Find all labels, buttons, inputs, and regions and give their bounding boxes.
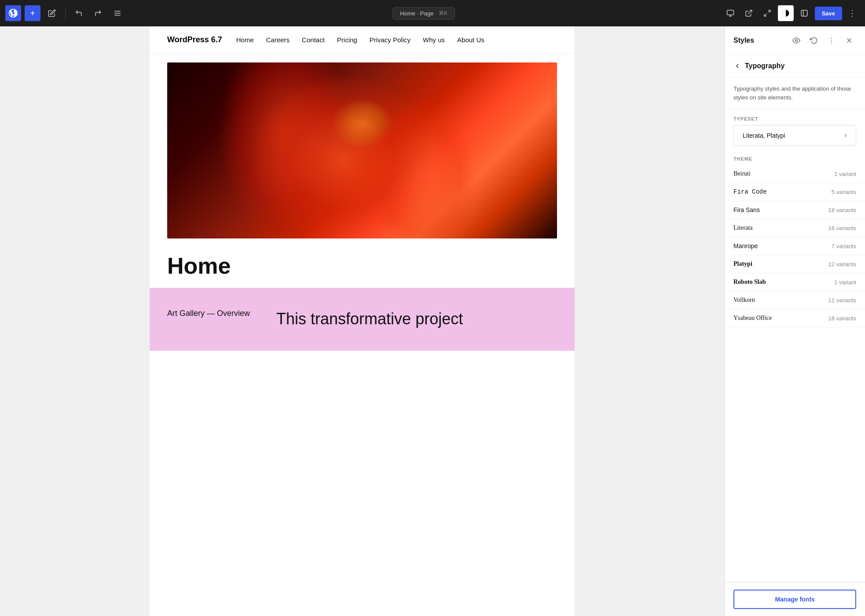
external-link-button[interactable] [741,5,757,21]
font-name: Literata [733,224,753,231]
font-name: Manrope [733,242,758,249]
font-row[interactable]: Ysabeau Office 18 variants [725,309,865,327]
font-variants: 1 variant [834,171,856,177]
font-name: Fira Sans [733,206,760,213]
nav-link-home[interactable]: Home [236,36,254,44]
svg-line-7 [768,10,770,12]
save-button[interactable]: Save [815,7,842,20]
more-options-button[interactable]: ⋮ [845,5,860,22]
pink-section-subtitle: Art Gallery — Overview [167,309,250,318]
nav-link-aboutus[interactable]: About Us [457,36,484,44]
svg-rect-10 [801,10,807,16]
font-variants: 12 variants [828,261,856,268]
pink-section-text: This transformative project [276,309,557,330]
font-name: Platypi [733,260,752,268]
font-variants: 7 variants [832,243,856,249]
font-row[interactable]: Platypi 12 variants [725,255,865,273]
font-variants: 18 variants [828,315,856,322]
font-row[interactable]: Literata 16 variants [725,219,865,237]
font-name: Roboto Slab [733,279,766,286]
style-toggle-button[interactable] [778,5,794,21]
history-icon[interactable] [807,33,821,48]
font-variants: 1 variant [834,279,856,286]
desktop-view-button[interactable] [722,5,738,21]
font-name: Ysabeau Office [733,315,772,322]
main-area: WordPress 6.7 Home Careers Contact Prici… [0,26,865,616]
font-name: Vollkorn [733,297,755,304]
font-row[interactable]: Fira Sans 18 variants [725,201,865,219]
styles-panel: Styles ⋮ Typography Typography [724,26,865,616]
canvas-inner: WordPress 6.7 Home Careers Contact Prici… [150,26,575,616]
styles-panel-title: Styles [733,37,754,44]
font-row[interactable]: Vollkorn 11 variants [725,291,865,309]
nav-link-whyus[interactable]: Why us [423,36,445,44]
typeset-label: TYPESET [725,109,865,125]
page-title-section: Home [150,238,575,279]
preview-icon[interactable] [789,33,803,48]
font-variants: 16 variants [828,225,856,231]
svg-line-8 [764,14,766,16]
toolbar: + Home · Page ⌘K Save ⋮ [0,0,865,26]
toolbar-center: Home · Page ⌘K [129,7,719,20]
font-row[interactable]: Beiruti 1 variant [725,165,865,183]
more-options-icon[interactable]: ⋮ [825,33,839,48]
manage-fonts-container: Manage fonts [725,582,865,616]
svg-rect-3 [727,10,733,15]
typeset-row[interactable]: Literata, Platypi › [733,125,856,146]
hero-image-container [150,54,575,238]
close-icon[interactable] [842,33,856,48]
font-name: Fira Code [733,188,767,195]
typography-description: Typography styles and the application of… [725,77,865,109]
breadcrumb-text: Home · Page [400,10,433,17]
manage-fonts-button[interactable]: Manage fonts [733,590,856,609]
undo-button[interactable] [71,5,87,21]
font-variants: 5 variants [832,189,856,195]
typeset-chevron-icon: › [844,131,847,140]
font-name: Beiruti [733,170,751,177]
flower-overlay [167,62,557,238]
typeset-value: Literata, Platypi [743,132,785,139]
typography-title: Typography [745,62,784,70]
svg-point-12 [795,40,798,42]
nav-link-careers[interactable]: Careers [266,36,290,44]
theme-label: THEME [725,153,865,165]
page-main-title: Home [167,253,557,279]
toolbar-right: Save ⋮ [722,5,860,22]
add-block-button[interactable]: + [25,5,40,21]
redo-button[interactable] [90,5,106,21]
hero-image [167,62,557,238]
pink-section-left: Art Gallery — Overview [167,309,250,318]
sidebar-toggle-button[interactable] [796,5,812,21]
resize-button[interactable] [759,5,775,21]
site-navigation: WordPress 6.7 Home Careers Contact Prici… [150,26,575,54]
font-row[interactable]: Roboto Slab 1 variant [725,273,865,291]
wordpress-logo[interactable] [5,5,21,21]
breadcrumb-shortcut: ⌘K [439,10,447,16]
pink-section-right: This transformative project [276,309,557,330]
font-list: Beiruti 1 variant Fira Code 5 variants F… [725,165,865,327]
font-variants: 11 variants [828,297,856,304]
font-row[interactable]: Manrope 7 variants [725,237,865,255]
typography-header: Typography [725,55,865,77]
nav-link-privacy[interactable]: Privacy Policy [370,36,411,44]
pink-section: Art Gallery — Overview This transformati… [150,288,575,351]
styles-panel-header: Styles ⋮ [725,26,865,55]
canvas-area: WordPress 6.7 Home Careers Contact Prici… [0,26,724,616]
svg-line-6 [748,10,751,14]
styles-panel-header-icons: ⋮ [789,33,856,48]
font-variants: 18 variants [828,207,856,213]
document-overview-button[interactable] [110,5,125,21]
toolbar-divider-1 [65,7,66,19]
edit-tool-button[interactable] [44,5,60,21]
breadcrumb-input[interactable]: Home · Page ⌘K [392,7,455,20]
font-row[interactable]: Fira Code 5 variants [725,183,865,201]
site-logo: WordPress 6.7 [167,35,222,44]
site-nav-links: Home Careers Contact Pricing Privacy Pol… [236,36,484,44]
typography-back-button[interactable] [733,62,741,70]
nav-link-contact[interactable]: Contact [302,36,325,44]
nav-link-pricing[interactable]: Pricing [337,36,357,44]
